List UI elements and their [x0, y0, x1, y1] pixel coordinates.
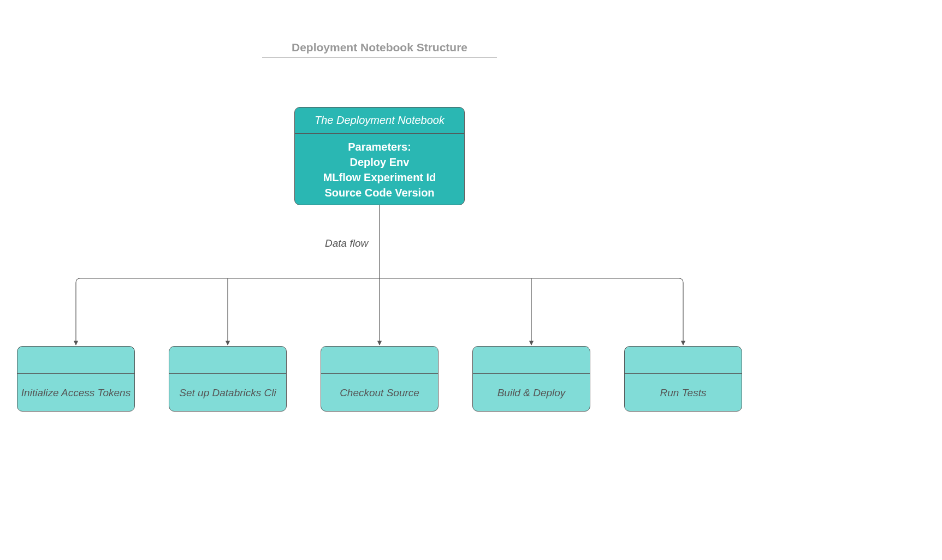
diagram-title: Deployment Notebook Structure: [262, 41, 497, 58]
params-heading: Parameters:: [295, 139, 464, 154]
param-deploy-env: Deploy Env: [295, 154, 464, 170]
child-node-2: Checkout Source: [321, 346, 439, 412]
main-node-body: Parameters: Deploy Env MLflow Experiment…: [295, 134, 464, 200]
param-source-code-version: Source Code Version: [295, 185, 464, 200]
child-node-header: [17, 347, 134, 374]
child-node-3: Build & Deploy: [472, 346, 590, 412]
edge-label-data-flow: Data flow: [325, 237, 368, 249]
child-node-header: [473, 347, 590, 374]
main-node-deployment-notebook: The Deployment Notebook Parameters: Depl…: [294, 107, 465, 205]
child-node-4: Run Tests: [624, 346, 742, 412]
param-mlflow-experiment-id: MLflow Experiment Id: [295, 170, 464, 185]
child-node-1: Set up Databricks Cli: [169, 346, 287, 412]
child-node-0: Initialize Access Tokens: [17, 346, 135, 412]
child-node-header: [625, 347, 742, 374]
child-node-header: [321, 347, 438, 374]
child-node-label: Checkout Source: [321, 374, 438, 412]
connectors-svg: [0, 0, 942, 560]
child-node-label: Run Tests: [625, 374, 742, 412]
child-node-header: [169, 347, 286, 374]
child-node-label: Build & Deploy: [473, 374, 590, 412]
main-node-title: The Deployment Notebook: [295, 108, 464, 134]
child-node-label: Set up Databricks Cli: [169, 374, 286, 412]
child-node-label: Initialize Access Tokens: [17, 374, 134, 412]
